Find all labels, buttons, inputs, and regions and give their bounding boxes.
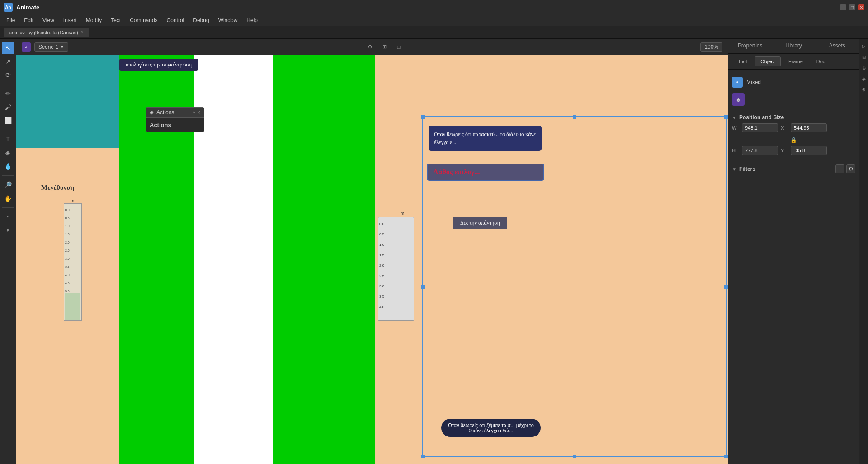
snap-to-grid[interactable]: ⊞ — [378, 41, 391, 53]
align-center[interactable]: ⊕ — [363, 41, 376, 53]
tool-stroke-color[interactable]: S — [2, 211, 14, 223]
window-controls: — □ ✕ — [840, 4, 864, 10]
zoom-value[interactable]: 100% — [700, 42, 722, 52]
title-bar-left: An Animate — [4, 3, 39, 12]
canvas-bg-white-col — [194, 155, 273, 464]
tab-assets[interactable]: Assets — [816, 39, 859, 53]
menu-control[interactable]: Control — [162, 16, 189, 25]
canvas-blue-box-1: Όταν θεωρείς ότι παρασκεύ... το διάλυμα … — [429, 126, 542, 151]
edge-icon-5[interactable]: ⚙ — [860, 86, 868, 93]
canvas-bg-teal — [16, 55, 119, 148]
mixed-dot: ✦ — [732, 77, 743, 88]
x-input[interactable] — [791, 123, 827, 132]
menu-window[interactable]: Window — [214, 16, 242, 25]
tool-paint-bucket[interactable]: ◈ — [2, 146, 14, 159]
canvas-area: ♠ Scene 1 ▼ ⊕ ⊞ □ 100% — [16, 39, 728, 464]
lock-row: 🔒 — [732, 136, 855, 146]
h-label: H — [732, 148, 739, 153]
tab-bar: arxi_vv_syg9sosto.fla (Canvas) × — [0, 26, 868, 39]
close-button[interactable]: ✕ — [858, 4, 864, 10]
tool-pencil[interactable]: ✏ — [2, 87, 14, 100]
menu-file[interactable]: File — [2, 16, 19, 25]
menu-insert[interactable]: Insert — [59, 16, 81, 25]
tab-properties[interactable]: Properties — [728, 39, 772, 53]
menu-edit[interactable]: Edit — [19, 16, 38, 25]
position-size-section: ▼ Position and Size W X 🔒 H — [732, 112, 855, 155]
tool-text[interactable]: T — [2, 133, 14, 145]
canvas-burette: 0.00.51.01.52.02.53.03.54.0 — [378, 217, 414, 321]
filters-actions: + ⚙ — [835, 164, 855, 173]
canvas-megethynsi: Μεγέθυνση — [41, 184, 74, 192]
canvas-mode[interactable]: □ — [392, 41, 405, 53]
tab-title: arxi_vv_syg9sosto.fla (Canvas) — [9, 30, 78, 35]
menu-commands[interactable]: Commands — [125, 16, 162, 25]
subtab-object[interactable]: Object — [755, 56, 781, 66]
lock-icon[interactable]: 🔒 — [790, 137, 797, 143]
filters-header: ▼ Filters + ⚙ — [732, 160, 855, 178]
edge-icon-2[interactable]: ⊞ — [860, 53, 868, 61]
menu-help[interactable]: Help — [242, 16, 262, 25]
subtab-tool[interactable]: Tool — [732, 56, 753, 66]
y-label: Y — [781, 148, 788, 153]
add-filter-button[interactable]: + — [835, 164, 844, 173]
left-toolbar: ↖ ↗ ⟳ ✏ 🖌 ⬜ T ◈ 💧 🔎 ✋ S F — [0, 39, 16, 464]
mixed-row: ✦ Mixed — [732, 73, 855, 91]
menu-text[interactable]: Text — [106, 16, 125, 25]
tool-select[interactable]: ↖ — [2, 42, 14, 54]
menu-view[interactable]: View — [38, 16, 59, 25]
filter-settings-button[interactable]: ⚙ — [846, 164, 855, 173]
menu-modify[interactable]: Modify — [81, 16, 106, 25]
actions-panel-header: ⊕ Actions » × — [146, 108, 204, 118]
zoom-control: 100% — [700, 42, 722, 52]
tab-close-icon[interactable]: × — [81, 30, 84, 35]
canvas-bg-peach — [373, 55, 728, 464]
actions-expand[interactable]: » — [193, 109, 195, 116]
document-tab[interactable]: arxi_vv_syg9sosto.fla (Canvas) × — [4, 28, 89, 37]
subtab-doc[interactable]: Doc — [811, 56, 831, 66]
maximize-button[interactable]: □ — [849, 4, 855, 10]
right-panel-tabs: Properties Library Assets — [728, 39, 859, 54]
canvas-stage-area[interactable]: υπολογίσεις την συγκέντρωση ⊕ Actions » … — [16, 55, 728, 464]
scene-dropdown-icon: ▼ — [60, 45, 64, 49]
edge-icon-1[interactable]: ▷ — [860, 42, 868, 50]
h-y-row: H Y — [732, 146, 855, 155]
edge-icon-4[interactable]: ◈ — [860, 75, 868, 82]
position-size-header[interactable]: ▼ Position and Size — [732, 112, 855, 123]
align-tools: ⊕ ⊞ □ — [363, 41, 405, 53]
app-icon: An — [4, 3, 13, 12]
filters-title-row[interactable]: ▼ Filters — [732, 163, 755, 175]
subtab-frame[interactable]: Frame — [783, 56, 809, 66]
filters-section: ▼ Filters + ⚙ — [732, 160, 855, 178]
w-input[interactable] — [742, 123, 778, 132]
tool-fill-color[interactable]: F — [2, 224, 14, 237]
w-label: W — [732, 125, 739, 131]
h-input[interactable] — [742, 146, 778, 155]
app-title: Animate — [16, 4, 39, 11]
y-input[interactable] — [791, 146, 827, 155]
tool-brush[interactable]: 🖌 — [2, 101, 14, 113]
actions-close-icon[interactable]: × — [197, 109, 200, 116]
edge-icon-3[interactable]: ⊕ — [860, 64, 868, 71]
tab-library[interactable]: Library — [772, 39, 815, 53]
tool-eyedropper[interactable]: 💧 — [2, 160, 14, 173]
tool-hand[interactable]: ✋ — [2, 192, 14, 205]
menu-debug[interactable]: Debug — [189, 16, 213, 25]
x-label: X — [781, 125, 788, 131]
scene-selector[interactable]: Scene 1 ▼ — [34, 42, 68, 52]
canvas-answer-btn[interactable]: Δες την απάντηση — [453, 217, 507, 229]
tool-shape[interactable]: ⬜ — [2, 114, 14, 127]
canvas-bg-green-right — [273, 55, 375, 464]
actions-panel: ⊕ Actions » × Actions — [146, 107, 204, 132]
right-edge-strip: ▷ ⊞ ⊕ ◈ ⚙ — [859, 39, 868, 464]
canvas-ml-label: mL — [401, 211, 407, 216]
minimize-button[interactable]: — — [840, 4, 846, 10]
tool-separator-4 — [2, 207, 14, 208]
mixed-label-text: Mixed — [746, 79, 761, 85]
tool-subselect[interactable]: ↗ — [2, 55, 14, 68]
canvas-error-box: Λάθος επιλογ... — [427, 164, 544, 181]
right-panel-subtabs: Tool Object Frame Doc — [728, 54, 859, 70]
character-icon-row: ♠ — [732, 91, 855, 108]
tool-zoom[interactable]: 🔎 — [2, 178, 14, 191]
tool-transform[interactable]: ⟳ — [2, 69, 14, 81]
canvas-left-cylinder: 0.00.51.01.52.02.53.03.54.04.55.0 — [64, 203, 82, 321]
